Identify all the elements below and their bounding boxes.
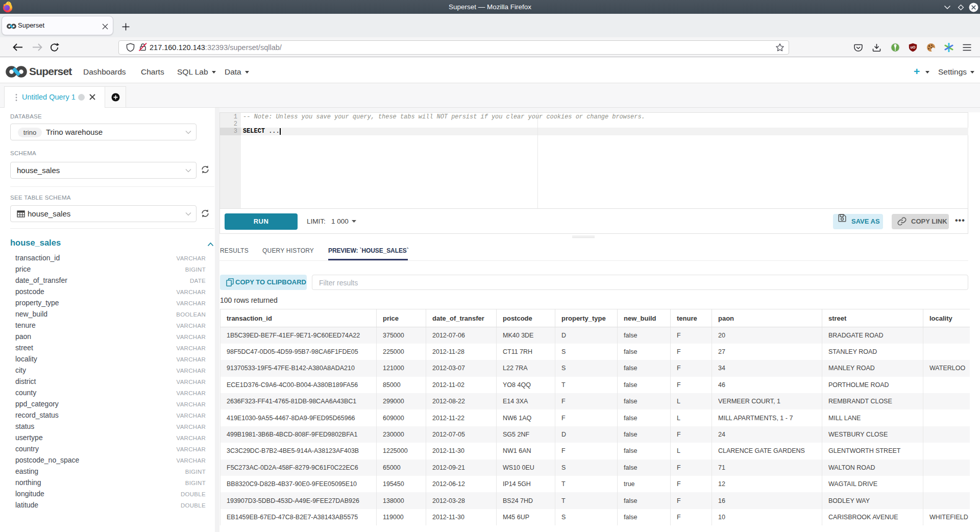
svg-text:uO: uO: [911, 45, 916, 49]
